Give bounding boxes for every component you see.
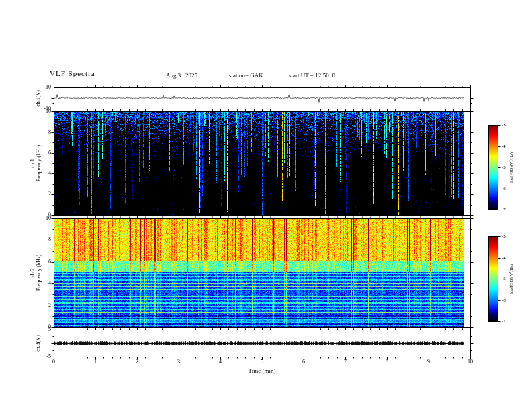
x-tick-label: 3 — [177, 359, 180, 365]
colorbar-tick-label: -5 — [502, 165, 506, 170]
x-tick-label: 6 — [302, 359, 305, 365]
x-tick-label: 1 — [94, 359, 97, 365]
y-tick-label: 6 — [27, 150, 51, 156]
y-tick-label: 5 — [27, 326, 51, 332]
header-start-ut: start UT = 12:50: 0 — [289, 72, 335, 79]
colorbar-ch1-label: log(PSD)(V²/Hz) — [505, 125, 516, 210]
colorbar-tick-label: -7 — [502, 207, 506, 212]
colorbar-tick-label: -7 — [502, 318, 506, 324]
y-tick-label: 2 — [27, 302, 51, 308]
colorbar-tick-label: -3 — [502, 234, 506, 239]
y-tick-label: 10 — [27, 108, 51, 114]
x-tick-label: 4 — [219, 359, 222, 365]
x-tick-label: 9 — [427, 359, 430, 365]
colorbar-ch2 — [488, 236, 498, 321]
x-tick-label: 8 — [386, 359, 388, 365]
ch1-waveform-panel — [54, 87, 470, 109]
y-tick-label: 4 — [27, 280, 51, 286]
colorbar-tick-label: -4 — [502, 144, 506, 149]
ch3-voltage-axis-label: ch.3(V) — [31, 330, 44, 357]
ch2-frequency-axis-label: ch.2 Frequency (kHz) — [27, 218, 44, 327]
y-tick-label: 10 — [27, 84, 51, 90]
ch2-spectrogram-panel — [54, 218, 470, 327]
colorbar-tick-label: -4 — [502, 255, 506, 261]
ch1-frequency-axis-label: ch.1 Frequency (kHz) — [27, 111, 44, 215]
axis-label-text: ch.1(V) — [35, 90, 41, 107]
colorbar-label-text: log(PSD)(V²/Hz) — [508, 264, 513, 294]
axis-label-text: ch.3(V) — [35, 335, 41, 352]
vlf-spectra-figure: VLF Spectra Aug.3 . 2025 station= GAK st… — [0, 0, 532, 411]
colorbar-label-text: log(PSD)(V²/Hz) — [508, 152, 513, 183]
axis-channel-text: ch.1 — [30, 158, 36, 168]
y-tick-label: -5 — [27, 353, 51, 359]
colorbar-ch1 — [488, 125, 498, 210]
colorbar-ch2-label: log(PSD)(V²/Hz) — [505, 236, 516, 321]
y-tick-label: 4 — [27, 170, 51, 176]
y-tick-label: 8 — [27, 129, 51, 135]
header-date: Aug.3 . 2025 — [166, 72, 197, 79]
x-axis-label: Time (min) — [54, 367, 470, 374]
colorbar-tick-label: -5 — [502, 276, 506, 281]
colorbar-tick-label: -6 — [502, 298, 506, 303]
y-tick-label: 8 — [27, 236, 51, 242]
x-tick-label: 7 — [344, 359, 347, 365]
x-tick-label: 0 — [52, 359, 55, 365]
x-tick-label: 5 — [261, 359, 263, 365]
x-tick-label: 10 — [468, 359, 473, 365]
ch1-spectrogram-panel — [54, 111, 470, 215]
colorbar-tick-label: -3 — [502, 122, 506, 128]
colorbar-tick-label: -6 — [502, 186, 506, 191]
x-tick-label: 2 — [136, 359, 138, 365]
axis-channel-text: ch.2 — [30, 268, 36, 277]
y-tick-label: 2 — [27, 191, 51, 197]
header-station: station= GAK — [229, 72, 263, 79]
y-tick-label: 10 — [27, 215, 51, 221]
ch3-waveform-panel — [54, 330, 470, 357]
y-tick-label: 6 — [27, 259, 51, 265]
figure-title: VLF Spectra — [50, 69, 95, 77]
